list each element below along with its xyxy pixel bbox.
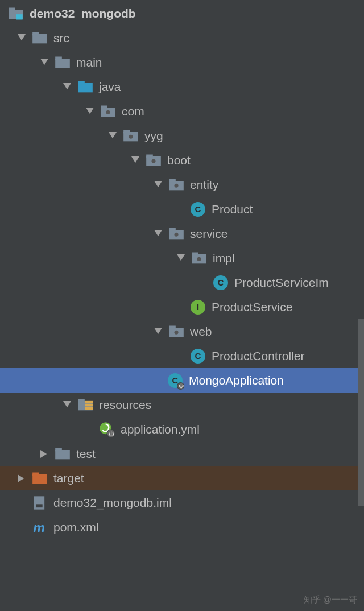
project-tree: demo32_mongodb src main java com bbox=[0, 0, 364, 539]
package-icon bbox=[168, 177, 184, 193]
tree-node-com[interactable]: com bbox=[0, 99, 364, 123]
tree-node-application-yml[interactable]: ⏻ application.yml bbox=[0, 417, 364, 441]
tree-node-resources[interactable]: resources bbox=[0, 393, 364, 417]
package-icon bbox=[123, 128, 139, 144]
tree-label: Product bbox=[212, 203, 253, 216]
svg-text:m: m bbox=[33, 521, 45, 535]
maven-pom-icon: m bbox=[32, 519, 48, 535]
tree-node-mongo-application[interactable]: C⏻ MongoApplication bbox=[0, 368, 364, 393]
svg-point-11 bbox=[106, 110, 110, 114]
interface-icon: I bbox=[190, 299, 206, 315]
class-icon: C bbox=[190, 348, 206, 364]
tree-node-entity[interactable]: entity bbox=[0, 172, 364, 197]
package-icon bbox=[191, 250, 207, 266]
tree-node-src[interactable]: src bbox=[0, 26, 364, 50]
svg-point-26 bbox=[197, 257, 201, 261]
chevron-down-icon[interactable] bbox=[152, 228, 164, 240]
svg-point-17 bbox=[152, 159, 156, 163]
chevron-down-icon[interactable] bbox=[152, 326, 164, 337]
svg-rect-5 bbox=[55, 59, 70, 68]
chevron-down-icon[interactable] bbox=[61, 81, 73, 93]
svg-rect-16 bbox=[146, 154, 153, 158]
svg-point-29 bbox=[175, 330, 179, 334]
tree-node-boot[interactable]: boot bbox=[0, 148, 364, 172]
tree-node-product-class[interactable]: C Product bbox=[0, 197, 364, 221]
tree-label: src bbox=[53, 31, 69, 45]
resources-folder-icon bbox=[77, 397, 93, 413]
tree-node-iml[interactable]: demo32_mongodb.iml bbox=[0, 490, 364, 515]
tree-label: service bbox=[190, 227, 228, 241]
folder-icon bbox=[32, 30, 48, 46]
class-icon: C bbox=[213, 275, 229, 291]
tree-label: pom.xml bbox=[53, 521, 98, 534]
tree-label: resources bbox=[99, 398, 151, 412]
chevron-down-icon[interactable] bbox=[61, 399, 73, 411]
tree-node-java[interactable]: java bbox=[0, 75, 364, 99]
tree-label: yyg bbox=[144, 129, 163, 143]
svg-rect-4 bbox=[32, 32, 39, 35]
watermark: 知乎 @一一哥 bbox=[304, 595, 357, 605]
svg-rect-34 bbox=[85, 407, 93, 410]
package-icon bbox=[168, 226, 184, 242]
spring-config-icon: ⏻ bbox=[99, 422, 115, 437]
svg-rect-40 bbox=[32, 474, 47, 484]
tree-node-pom[interactable]: m pom.xml bbox=[0, 515, 364, 539]
svg-rect-1 bbox=[9, 7, 15, 11]
svg-point-23 bbox=[175, 232, 179, 236]
svg-rect-2 bbox=[16, 14, 23, 19]
package-icon bbox=[146, 152, 162, 168]
svg-rect-38 bbox=[55, 450, 70, 459]
tree-label: ProductService bbox=[212, 300, 292, 314]
chevron-right-icon[interactable] bbox=[16, 473, 27, 484]
chevron-down-icon[interactable] bbox=[84, 106, 96, 117]
folder-icon bbox=[55, 55, 71, 71]
chevron-down-icon[interactable] bbox=[16, 32, 27, 44]
scrollbar[interactable] bbox=[358, 319, 364, 506]
tree-node-web[interactable]: web bbox=[0, 319, 364, 344]
tree-node-product-controller[interactable]: C ProductController bbox=[0, 344, 364, 368]
svg-rect-41 bbox=[32, 472, 39, 476]
chevron-down-icon[interactable] bbox=[130, 155, 141, 166]
class-icon: C bbox=[190, 201, 206, 217]
tree-node-product-service[interactable]: I ProductService bbox=[0, 295, 364, 319]
tree-label: ProductController bbox=[212, 349, 304, 363]
tree-node-main[interactable]: main bbox=[0, 50, 364, 75]
tree-label: boot bbox=[167, 154, 191, 167]
package-icon bbox=[168, 324, 184, 340]
chevron-down-icon[interactable] bbox=[152, 179, 164, 191]
chevron-right-icon[interactable] bbox=[39, 448, 50, 460]
module-folder-icon bbox=[8, 6, 24, 22]
svg-rect-32 bbox=[85, 400, 93, 403]
tree-node-service[interactable]: service bbox=[0, 221, 364, 246]
folder-icon bbox=[55, 446, 71, 462]
svg-point-14 bbox=[129, 134, 133, 138]
svg-rect-19 bbox=[169, 179, 176, 182]
svg-rect-31 bbox=[78, 399, 85, 402]
tree-label: com bbox=[122, 105, 144, 118]
svg-rect-6 bbox=[55, 56, 62, 60]
tree-node-test[interactable]: test bbox=[0, 441, 364, 466]
tree-label: application.yml bbox=[121, 423, 200, 436]
iml-file-icon bbox=[32, 495, 48, 511]
tree-node-yyg[interactable]: yyg bbox=[0, 123, 364, 148]
tree-label: MongoApplication bbox=[189, 374, 284, 387]
tree-node-product-service-impl[interactable]: C ProductServiceIm bbox=[0, 270, 364, 295]
svg-rect-8 bbox=[78, 81, 85, 84]
tree-node-impl[interactable]: impl bbox=[0, 246, 364, 270]
svg-point-20 bbox=[175, 183, 179, 187]
svg-rect-39 bbox=[55, 448, 62, 451]
chevron-down-icon[interactable] bbox=[39, 57, 50, 68]
tree-label: target bbox=[53, 472, 84, 485]
svg-rect-25 bbox=[192, 252, 198, 255]
svg-rect-10 bbox=[101, 105, 107, 109]
svg-rect-33 bbox=[85, 403, 93, 406]
chevron-down-icon[interactable] bbox=[175, 253, 187, 264]
tree-node-project-root[interactable]: demo32_mongodb bbox=[0, 1, 364, 26]
svg-text:⏻: ⏻ bbox=[109, 431, 114, 436]
package-icon bbox=[100, 104, 116, 119]
svg-rect-13 bbox=[123, 130, 130, 133]
tree-node-target[interactable]: target bbox=[0, 466, 364, 490]
tree-label: entity bbox=[190, 178, 218, 192]
chevron-down-icon[interactable] bbox=[107, 130, 118, 142]
svg-rect-43 bbox=[36, 504, 43, 507]
